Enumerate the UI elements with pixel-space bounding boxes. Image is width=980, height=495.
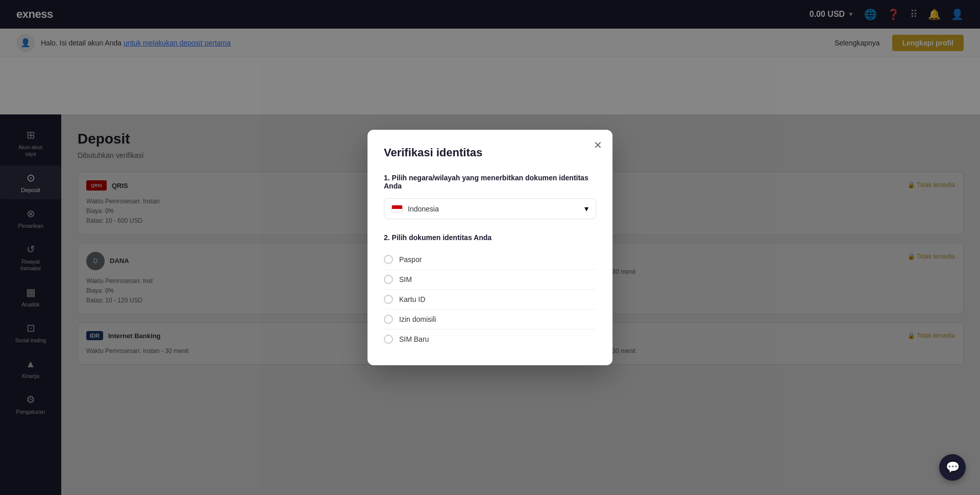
section1-title: 1. Pilih negara/wilayah yang menerbitkan… [384,174,596,190]
radio-izin-domisili[interactable]: Izin domisili [384,310,596,329]
modal-close-button[interactable]: ✕ [594,140,602,150]
radio-sim-baru-circle [384,335,393,344]
radio-sim[interactable]: SIM [384,270,596,289]
radio-kartu-id[interactable]: Kartu ID [384,290,596,309]
radio-kartu-id-label: Kartu ID [399,295,425,303]
indonesia-flag-icon [391,205,403,213]
radio-sim-baru-label: SIM Baru [399,335,429,343]
modal-overlay[interactable]: ✕ Verifikasi identitas 1. Pilih negara/w… [0,0,980,495]
radio-izin-domisili-label: Izin domisili [399,315,436,323]
identity-verification-modal: ✕ Verifikasi identitas 1. Pilih negara/w… [368,130,612,365]
chat-support-button[interactable]: 💬 [939,454,966,481]
radio-sim-baru[interactable]: SIM Baru [384,329,596,349]
country-selected-display: Indonesia [391,205,439,213]
radio-paspor-label: Paspor [399,255,422,264]
section2-title: 2. Pilih dokumen identitas Anda [384,233,596,242]
radio-izin-domisili-circle [384,315,393,324]
radio-sim-label: SIM [399,275,412,284]
document-options-list: Paspor SIM Kartu ID Izin domisili SIM Ba… [384,250,596,349]
country-select[interactable]: Indonesia ▾ [384,198,596,219]
country-chevron-icon: ▾ [584,204,589,214]
radio-paspor[interactable]: Paspor [384,250,596,269]
radio-kartu-id-circle [384,295,393,304]
radio-paspor-circle [384,255,393,264]
radio-sim-circle [384,275,393,284]
chat-icon: 💬 [946,461,960,474]
country-name: Indonesia [408,205,439,213]
modal-title: Verifikasi identitas [384,146,596,159]
